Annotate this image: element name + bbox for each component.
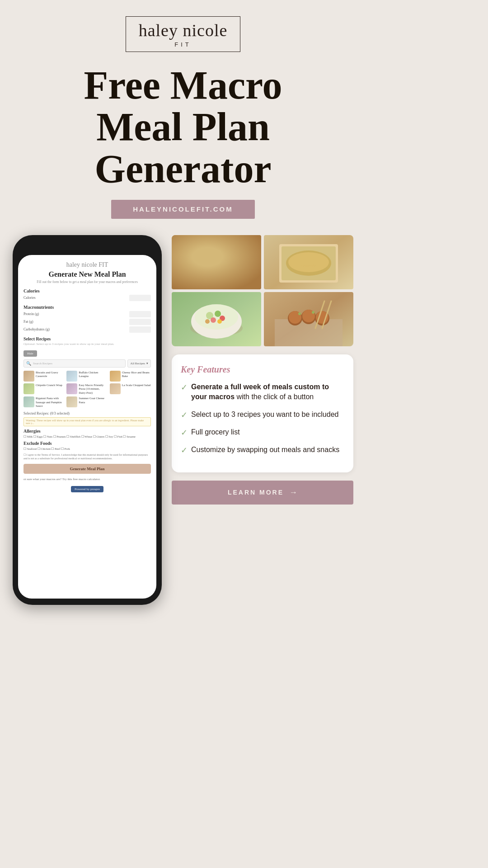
carbs-label: Carbohydrates (g) [23, 327, 50, 331]
bottom-section: haley nicole FIT Generate New Meal Plan … [0, 235, 366, 605]
protein-row: Protein (g) [23, 311, 151, 317]
powered-by-row: Powered by prospre [23, 484, 151, 492]
exclude-foods-label: Exclude Foods [23, 441, 151, 446]
svg-point-3 [213, 250, 238, 275]
recipe-name: Easy Macro Friendly Pizza (10-minute, Da… [79, 383, 108, 395]
list-item[interactable]: Summer Goat Cheese Pasta [66, 396, 108, 408]
svg-point-25 [205, 319, 210, 324]
search-box[interactable]: 🔍 Search Recipes [23, 359, 126, 368]
fat-label: Fat (g) [23, 320, 33, 324]
calories-input[interactable] [129, 295, 151, 301]
recipe-grid: Biscuits and Gravy Casserole Buffalo Chi… [23, 371, 151, 408]
select-recipes-label: Select Recipes [23, 336, 151, 341]
feature-item-2: ✓ Select up to 3 recipes you want to be … [181, 410, 344, 420]
checkmark-icon-3: ✓ [181, 428, 188, 438]
feature-item-1: ✓ Generate a full week of meals custom t… [181, 382, 344, 402]
svg-point-0 [189, 262, 244, 285]
list-item[interactable]: Chipotle Crunch Wrap [23, 383, 65, 395]
calories-label: Calories [23, 288, 151, 293]
svg-point-2 [204, 250, 229, 275]
logo-section: haley nicole FIT [126, 16, 241, 52]
food-photo-meatballs [264, 292, 353, 346]
recipe-name: Chipotle Crunch Wrap [36, 383, 62, 387]
recipe-thumbnail [23, 396, 34, 407]
recipe-name: Biscuits and Gravy Casserole [36, 371, 65, 378]
search-icon: 🔍 [26, 361, 31, 366]
macronutrients-label: Macronutrients [23, 305, 151, 310]
svg-point-1 [195, 250, 220, 275]
recipes-dropdown[interactable]: All Recipes ▾ [127, 359, 151, 368]
list-item[interactable]: La Scala Chopped Salad [110, 383, 151, 395]
logo-script: haley nicole [139, 21, 228, 40]
headline-section: Free Macro Meal Plan Generator [70, 65, 296, 190]
svg-point-21 [215, 311, 221, 317]
svg-point-19 [195, 304, 238, 330]
carbs-input[interactable] [129, 326, 151, 333]
dropdown-chevron-icon: ▾ [146, 362, 148, 365]
list-item[interactable]: Buffalo Chicken Lasagna [66, 371, 108, 382]
select-recipes-hint: Optional: Select up to 3 recipes you wan… [23, 342, 151, 346]
fat-row: Fat (g) [23, 319, 151, 325]
feature-item-4: ✓ Customize by swapping out meals and sn… [181, 445, 344, 455]
features-card: Key Features ✓ Generate a full week of m… [172, 354, 353, 472]
recipe-thumbnail [66, 396, 77, 407]
list-item[interactable]: Rigatoni Pasta with Sausage and Pumpkin … [23, 396, 65, 408]
url-text: HALEYNICOLEFIT.COM [133, 205, 233, 213]
list-item[interactable]: Biscuits and Gravy Casserole [23, 371, 65, 382]
feature-text-2: Select up to 3 recipes you want to be in… [191, 410, 338, 420]
terms-text[interactable]: ☐ I agree to the Terms of Service. I ack… [23, 453, 151, 461]
hide-button[interactable]: Hide [23, 350, 37, 357]
logo-fit: FIT [139, 41, 228, 48]
learn-more-button[interactable]: LEARN MORE → [172, 481, 353, 505]
generate-meal-plan-button[interactable]: Generate Meal Plan [23, 464, 151, 474]
svg-point-11 [205, 255, 210, 260]
exclude-checkboxes[interactable]: ☐ Seafood ☐ Chicken ☐ Beef ☐ Pork [23, 447, 151, 451]
feature-item-3: ✓ Full grocery list [181, 427, 344, 438]
recipe-thumbnail [66, 383, 77, 394]
right-column: casserole [172, 235, 353, 505]
recipe-name: Rigatoni Pasta with Sausage and Pumpkin … [36, 396, 65, 408]
svg-point-6 [216, 257, 221, 263]
features-title: Key Features [181, 364, 344, 375]
fat-input[interactable] [129, 319, 151, 325]
recipe-thumbnail [110, 371, 121, 382]
search-placeholder-text: Search Recipes [33, 362, 52, 365]
recipe-thumbnail [23, 383, 34, 394]
protein-label: Protein (g) [23, 312, 39, 316]
svg-point-35 [298, 312, 301, 315]
search-row: 🔍 Search Recipes All Recipes ▾ [23, 359, 151, 368]
svg-point-23 [211, 317, 216, 323]
allergy-warning: Warning: These recipes will show up in y… [23, 417, 151, 426]
allergies-checkboxes[interactable]: ☐ Milk ☐ Eggs ☐ Nuts ☐ Peanuts ☐ Shellfi… [23, 435, 151, 439]
allergies-label: Allergies [23, 429, 151, 434]
selected-recipes-label: Selected Recipes: (0/3 selected) [23, 411, 151, 415]
macro-link[interactable]: ot sure what your macros are? Try this f… [23, 477, 151, 481]
recipe-name: Buffalo Chicken Lasagna [79, 371, 108, 378]
arrow-icon: → [289, 488, 297, 497]
list-item[interactable]: Cheesy Rice and Beans Bake [110, 371, 151, 382]
food-photo-bowl [172, 292, 261, 346]
list-item[interactable]: Easy Macro Friendly Pizza (10-minute, Da… [66, 383, 108, 395]
svg-point-5 [211, 260, 217, 266]
feature-text-1: Generate a full week of meals custom to … [191, 382, 344, 402]
feature-text-3: Full grocery list [191, 427, 240, 437]
phone-screen: haley nicole FIT Generate New Meal Plan … [18, 255, 156, 599]
svg-point-8 [221, 260, 225, 264]
phone-notch [62, 241, 112, 252]
checkmark-icon-4: ✓ [181, 445, 188, 455]
logo-box: haley nicole FIT [126, 16, 241, 52]
recipe-name: Cheesy Rice and Beans Bake [122, 371, 151, 378]
protein-input[interactable] [129, 311, 151, 317]
powered-by-badge: Powered by prospre [71, 486, 103, 492]
recipe-thumbnail [66, 371, 77, 382]
learn-more-label: LEARN MORE [228, 489, 284, 496]
feature-text-4: Customize by swapping out meals and snac… [191, 445, 339, 455]
food-photo-casserole: casserole [264, 235, 353, 289]
svg-point-24 [217, 319, 222, 324]
svg-point-16 [288, 252, 329, 272]
food-photo-chickpeas [172, 235, 261, 289]
svg-point-4 [207, 259, 212, 264]
phone-frame: haley nicole FIT Generate New Meal Plan … [13, 235, 162, 605]
calories-row: Calories [23, 295, 151, 301]
carbs-row: Carbohydrates (g) [23, 326, 151, 333]
